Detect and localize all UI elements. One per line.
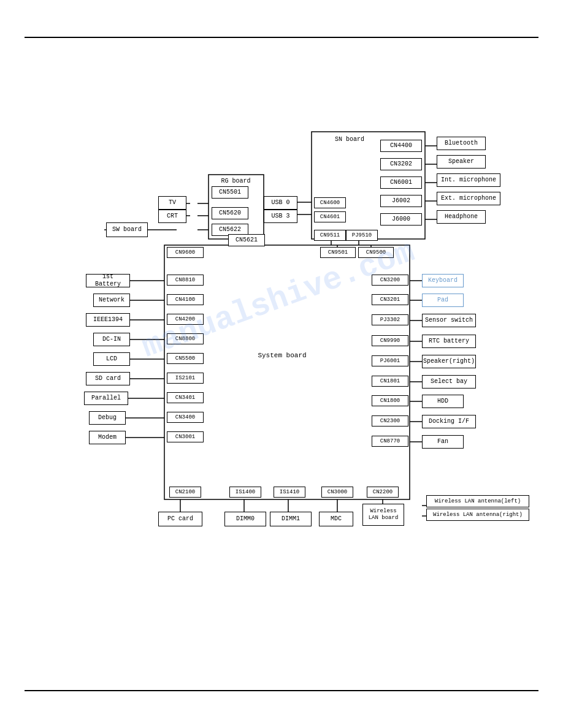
bottom-rule <box>25 690 538 691</box>
sn-board-label: SN board <box>325 134 374 146</box>
dimm1-box: DIMM1 <box>270 512 312 526</box>
cn4400-box: CN4400 <box>380 140 422 152</box>
ext-mic-box: Ext. microphone <box>437 192 500 205</box>
headphone-box: Headphone <box>437 210 486 224</box>
usb0-box: USB 0 <box>264 196 297 210</box>
wlan-right-box: Wireless LAN antenna(right) <box>426 509 529 521</box>
dimm0-box: DIMM0 <box>224 512 266 526</box>
cn6001-box: CN6001 <box>380 176 422 189</box>
cn3401-box: CN3401 <box>167 392 204 403</box>
rg-board-label: RG board <box>210 176 262 187</box>
int-mic-box: Int. microphone <box>437 173 500 187</box>
parallel-box: Parallel <box>84 392 128 405</box>
cn5621-box: CN5621 <box>228 234 265 246</box>
cn3001-box: CN3001 <box>167 431 204 442</box>
pc-card-box: PC card <box>158 512 202 526</box>
cn3000-box: CN3000 <box>321 487 353 498</box>
cn8810-box: CN8810 <box>167 275 204 286</box>
cn9501-box: CN9501 <box>320 247 356 258</box>
network-box: Network <box>93 294 130 307</box>
mdc-box: MDC <box>319 512 353 526</box>
j6002-box: J6002 <box>380 195 422 207</box>
pj3302-box: PJ3302 <box>372 314 408 325</box>
keyboard-box: Keyboard <box>422 274 464 287</box>
lcd-box: LCD <box>93 352 130 366</box>
cn5620-box: CN5620 <box>212 207 248 219</box>
ieee1394-box: IEEE1394 <box>86 313 130 327</box>
cn4601-box: CN4601 <box>314 211 346 222</box>
is1400-box: IS1400 <box>229 487 261 498</box>
cn4200-box: CN4200 <box>167 314 204 325</box>
select-bay-box: Select bay <box>422 375 476 389</box>
cn5501-box: CN5501 <box>212 186 248 199</box>
tv-box: TV <box>158 196 186 210</box>
diagram: manualshive.com SN board CN4400 CN3202 C… <box>25 49 538 679</box>
j6000-box: J6000 <box>380 213 422 226</box>
is1410-box: IS1410 <box>274 487 305 498</box>
cn2200-box: CN2200 <box>367 487 399 498</box>
cn3201-box: CN3201 <box>372 294 408 305</box>
crt-box: CRT <box>158 210 186 223</box>
cn4100-box: CN4100 <box>167 294 204 305</box>
system-board-label: System board <box>245 349 319 363</box>
top-rule <box>25 37 538 38</box>
docking-box: Docking I/F <box>422 415 476 428</box>
speaker-right-box: Speaker(right) <box>422 355 476 368</box>
usb3-box: USB 3 <box>264 210 297 223</box>
bluetooth-box: Bluetooth <box>437 137 486 150</box>
debug-box: Debug <box>89 411 126 425</box>
pad-box: Pad <box>422 294 464 307</box>
hdd-box: HDD <box>422 395 464 408</box>
sdcard-box: SD card <box>86 372 130 385</box>
is2101-box: IS2101 <box>167 373 204 384</box>
cn3400-box: CN3400 <box>167 412 204 423</box>
cn2300-box: CN2300 <box>372 415 408 427</box>
rtc-battery-box: RTC battery <box>422 335 476 348</box>
pj9510-box: PJ9510 <box>346 230 378 241</box>
cn9500-box: CN9500 <box>358 247 394 258</box>
cn8800-box: CN8800 <box>167 333 204 344</box>
wireless-board-box: Wireless LAN board <box>362 504 404 526</box>
sensor-switch-box: Sensor switch <box>422 314 476 327</box>
sw-board-box: SW board <box>106 222 148 237</box>
cn4600-box: CN4600 <box>314 197 346 208</box>
cn9990-box: CN9990 <box>372 335 408 346</box>
cn9511-box: CN9511 <box>314 230 346 241</box>
cn1800-box: CN1800 <box>372 395 408 406</box>
cn5500-box: CN5500 <box>167 353 204 364</box>
cn3200-box: CN3200 <box>372 275 408 286</box>
speaker-sn-box: Speaker <box>437 155 486 169</box>
cn2100-box: CN2100 <box>169 487 201 498</box>
pj6001-box: PJ6001 <box>372 355 408 366</box>
page: manualshive.com SN board CN4400 CN3202 C… <box>0 0 563 728</box>
cn1801-box: CN1801 <box>372 376 408 387</box>
cn9600-box: CN9600 <box>167 247 204 258</box>
modem-box: Modem <box>89 431 126 444</box>
fan-box: Fan <box>422 435 464 449</box>
cn8770-box: CN8770 <box>372 436 408 447</box>
dcin-box: DC-IN <box>93 333 130 346</box>
cn3202-box: CN3202 <box>380 158 422 170</box>
battery-box: 1st Battery <box>86 274 130 287</box>
wlan-left-box: Wireless LAN antenna(left) <box>426 495 529 507</box>
